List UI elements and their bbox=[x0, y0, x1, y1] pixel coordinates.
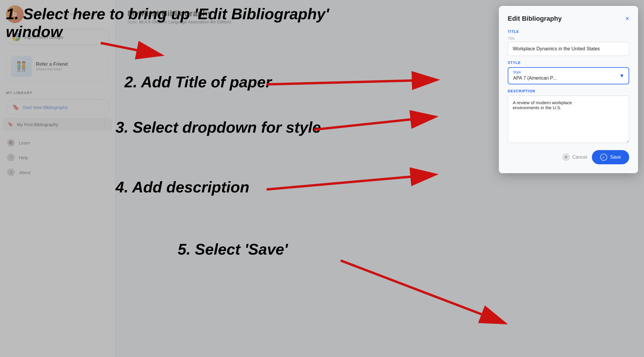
close-icon: × bbox=[625, 15, 629, 22]
style-select-wrapper[interactable]: Style APA 7 (American P... ▼ bbox=[508, 67, 629, 84]
title-input[interactable] bbox=[508, 42, 629, 56]
title-section-label: TITLE bbox=[508, 30, 629, 34]
description-section-label: DESCRIPTION bbox=[508, 89, 629, 93]
style-select-value: APA 7 (American P... bbox=[508, 74, 629, 84]
style-select-label: Style bbox=[508, 68, 629, 74]
modal-title: Edit Bibliography bbox=[508, 15, 562, 22]
style-section-label: STYLE bbox=[508, 61, 629, 65]
save-check-icon: ✓ bbox=[600, 154, 607, 161]
cancel-label: Cancel bbox=[572, 155, 587, 160]
title-field-placeholder-text: Title bbox=[508, 36, 629, 41]
cancel-icon: ✕ bbox=[562, 153, 570, 161]
modal-footer: ✕ Cancel ✓ Save bbox=[508, 150, 629, 164]
modal-header: Edit Bibliography × bbox=[508, 15, 629, 22]
edit-bibliography-modal: Edit Bibliography × TITLE Title STYLE St… bbox=[499, 6, 638, 173]
save-button[interactable]: ✓ Save bbox=[592, 150, 629, 164]
description-textarea[interactable] bbox=[508, 96, 629, 143]
save-label: Save bbox=[610, 155, 621, 160]
chevron-down-icon: ▼ bbox=[619, 73, 624, 79]
description-wrapper bbox=[508, 96, 629, 144]
cancel-button[interactable]: ✕ Cancel bbox=[562, 153, 587, 161]
title-field-wrapper: Title bbox=[508, 36, 629, 56]
close-modal-button[interactable]: × bbox=[625, 15, 629, 22]
